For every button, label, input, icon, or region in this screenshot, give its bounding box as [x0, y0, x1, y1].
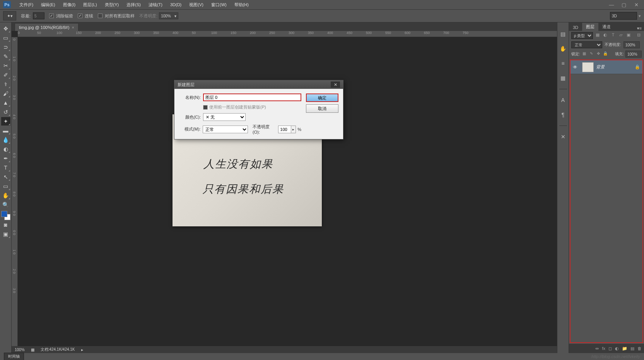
crop-tool[interactable]: ✂: [1, 61, 10, 70]
blur-tool[interactable]: 💧: [1, 136, 10, 144]
fill-input[interactable]: 100%: [625, 51, 642, 58]
lock-all-icon[interactable]: 🔒: [603, 51, 608, 57]
styles-panel-icon[interactable]: ▦: [559, 74, 567, 82]
panel-menu-icon[interactable]: ▾≡: [635, 26, 644, 31]
hand-tool[interactable]: ✋: [1, 191, 10, 200]
brush-tool[interactable]: 🖌: [1, 89, 10, 98]
layer-name[interactable]: 背景: [596, 64, 635, 70]
dialog-title-bar[interactable]: 新建图层 ✕: [174, 80, 343, 89]
color-swatches[interactable]: [1, 211, 10, 220]
view-icon[interactable]: ▦: [31, 348, 34, 352]
lock-position-icon[interactable]: ✥: [596, 51, 601, 57]
sample-all-checkbox[interactable]: [98, 14, 102, 18]
menu-type[interactable]: 类型(Y): [101, 2, 123, 8]
blend-mode-dropdown[interactable]: 正常: [571, 41, 602, 48]
screenmode-tool[interactable]: ▣: [1, 230, 10, 238]
gradient-tool[interactable]: ▬: [1, 126, 10, 135]
dodge-tool[interactable]: ◐: [1, 145, 10, 153]
pen-tool[interactable]: ✒: [1, 154, 10, 163]
menu-edit[interactable]: 编辑(E): [37, 2, 59, 8]
filter-pixel-icon[interactable]: ▦: [594, 32, 601, 39]
cancel-button[interactable]: 取消: [306, 104, 338, 113]
paragraph-panel-icon[interactable]: ¶: [559, 111, 567, 119]
zoom-tool[interactable]: 🔍: [1, 200, 10, 209]
dialog-close-button[interactable]: ✕: [331, 82, 340, 88]
adjustments-panel-icon[interactable]: ≡: [559, 59, 567, 67]
properties-panel-icon[interactable]: ✋: [559, 45, 567, 53]
eraser-tool[interactable]: ✦: [1, 117, 10, 126]
link-layers-icon[interactable]: ⇔: [595, 346, 599, 351]
info-arrow-icon[interactable]: ▸: [81, 348, 83, 352]
layer-style-icon[interactable]: fx: [602, 346, 605, 351]
menu-help[interactable]: 帮助(H): [231, 2, 253, 8]
layer-thumbnail[interactable]: [582, 62, 594, 72]
lock-transparency-icon[interactable]: ▦: [582, 51, 587, 57]
lasso-tool[interactable]: ⊃: [1, 43, 10, 51]
tab-layers[interactable]: 图层: [582, 23, 598, 31]
name-input[interactable]: [203, 93, 301, 101]
mode-dropdown[interactable]: 正常: [203, 126, 248, 133]
menu-file[interactable]: 文件(F): [15, 2, 37, 8]
quick-select-tool[interactable]: ✎: [1, 52, 10, 61]
healing-tool[interactable]: ⚕: [1, 80, 10, 88]
tab-3d[interactable]: 3D: [569, 24, 582, 31]
horizontal-ruler: 0 50 100 150 200 250 300 350 400 50 100 …: [18, 31, 557, 37]
tolerance-input[interactable]: [33, 12, 44, 19]
layer-item-background[interactable]: 👁 背景 🔒: [571, 60, 642, 74]
lock-pixels-icon[interactable]: ✎: [589, 51, 594, 57]
type-tool[interactable]: T: [1, 163, 10, 172]
history-brush-tool[interactable]: ↺: [1, 108, 10, 116]
path-select-tool[interactable]: ↖: [1, 173, 10, 181]
eyedropper-tool[interactable]: ✐: [1, 71, 10, 79]
menu-view[interactable]: 视图(V): [185, 2, 207, 8]
menu-select[interactable]: 选择(S): [123, 2, 145, 8]
menu-window[interactable]: 窗口(W): [207, 2, 231, 8]
dialog-opacity-input[interactable]: [278, 126, 291, 133]
character-panel-icon[interactable]: A: [559, 96, 567, 104]
menu-3d[interactable]: 3D(D): [166, 2, 185, 7]
tool-preset-picker[interactable]: ✦▾: [3, 11, 16, 20]
shape-tool[interactable]: ▭: [1, 182, 10, 190]
timeline-tab[interactable]: 时间轴: [4, 353, 24, 360]
minimize-button[interactable]: —: [607, 2, 616, 8]
history-panel-icon[interactable]: ▤: [559, 30, 567, 38]
document-area: timg.jpg @ 100%(RGB/8#) × 0 50 100 150 2…: [12, 22, 557, 353]
visibility-toggle-icon[interactable]: 👁: [571, 65, 580, 70]
group-icon[interactable]: 📁: [622, 346, 627, 351]
opacity-arrow-icon[interactable]: ▸: [291, 126, 296, 133]
delete-layer-icon[interactable]: 🗑: [637, 346, 642, 351]
marquee-tool[interactable]: ▭: [1, 34, 10, 42]
filter-adjust-icon[interactable]: ◐: [602, 32, 608, 39]
move-tool[interactable]: ✥: [1, 24, 10, 33]
tab-channels[interactable]: 通道: [598, 23, 615, 31]
menu-layer[interactable]: 图层(L): [79, 2, 101, 8]
antialias-checkbox[interactable]: [49, 14, 54, 18]
workspace-menu-icon[interactable]: ▾: [639, 14, 641, 19]
ok-button[interactable]: 确定: [306, 93, 338, 102]
filter-toggle-icon[interactable]: ⊟: [635, 32, 642, 39]
close-button[interactable]: ✕: [632, 2, 641, 8]
stamp-tool[interactable]: ▲: [1, 98, 10, 107]
foreground-color-swatch[interactable]: [1, 211, 7, 217]
filter-shape-icon[interactable]: ▱: [618, 32, 624, 39]
quickmask-tool[interactable]: ◙: [1, 221, 10, 229]
filter-type-icon[interactable]: T: [610, 32, 616, 39]
color-dropdown[interactable]: ✕ 无: [203, 113, 246, 121]
layer-mask-icon[interactable]: ◻: [608, 346, 612, 351]
workspace-selector[interactable]: [610, 12, 637, 20]
maximize-button[interactable]: ▢: [619, 2, 629, 8]
close-icon[interactable]: ×: [72, 25, 74, 30]
zoom-level[interactable]: 100%: [15, 348, 25, 352]
adjustment-layer-icon[interactable]: ◐: [615, 346, 619, 351]
filter-type-dropdown[interactable]: ρ 类型: [571, 32, 593, 39]
document-tab[interactable]: timg.jpg @ 100%(RGB/8#) ×: [15, 23, 79, 31]
blend-opacity-label: 不透明度:: [605, 42, 621, 48]
contiguous-checkbox[interactable]: [78, 14, 82, 18]
opacity-dropdown[interactable]: 100% ▾: [159, 12, 178, 19]
filter-smart-icon[interactable]: ▣: [625, 32, 632, 39]
blend-opacity-input[interactable]: 100%: [624, 41, 640, 48]
menu-filter[interactable]: 滤镜(T): [145, 2, 166, 8]
tools-preset-panel-icon[interactable]: ✕: [559, 133, 567, 141]
new-layer-icon[interactable]: ▤: [630, 346, 634, 351]
menu-image[interactable]: 图像(I): [59, 2, 79, 8]
